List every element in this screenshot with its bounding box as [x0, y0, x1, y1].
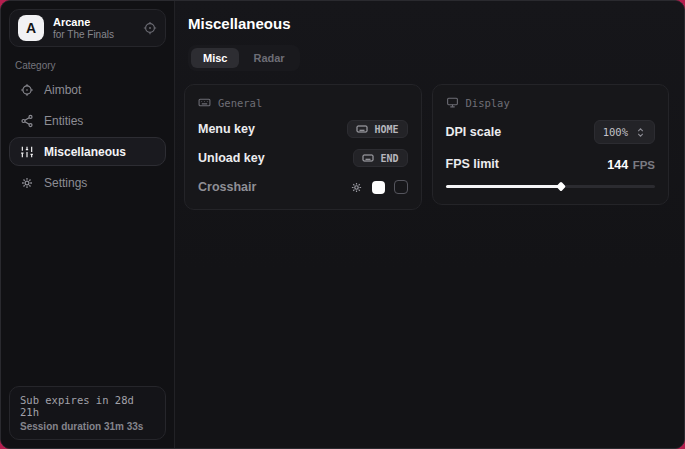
- display-panel-header: Display: [446, 96, 656, 109]
- fps-limit-unit: FPS: [633, 159, 655, 171]
- session-duration-text: Session duration 31m 33s: [20, 421, 155, 432]
- crosshair-checkbox[interactable]: [394, 180, 408, 194]
- keyboard-icon: [362, 152, 374, 164]
- sidebar-item-label: Settings: [44, 176, 87, 190]
- gear-icon: [20, 176, 34, 190]
- dpi-scale-label: DPI scale: [446, 125, 502, 139]
- brand-title: Arcane: [53, 16, 134, 29]
- category-label: Category: [15, 60, 166, 71]
- menu-key-value: HOME: [374, 124, 398, 135]
- tab-radar[interactable]: Radar: [241, 48, 296, 68]
- crosshair-icon: [20, 83, 34, 97]
- sidebar-item-miscellaneous[interactable]: Miscellaneous: [9, 137, 166, 166]
- logo-letter: A: [26, 20, 36, 36]
- fps-limit-value-group: 144 FPS: [607, 155, 655, 173]
- display-panel-title: Display: [466, 97, 510, 109]
- fps-limit-value: 144: [607, 158, 628, 172]
- crosshair-settings-gear-icon[interactable]: [350, 181, 363, 194]
- general-panel-title: General: [218, 97, 262, 109]
- dpi-scale-selector[interactable]: 100%: [594, 120, 655, 144]
- fps-limit-row: FPS limit 144 FPS: [446, 155, 656, 173]
- tab-misc[interactable]: Misc: [191, 48, 239, 68]
- panels-container: General Menu key HOME Unload key: [184, 84, 669, 210]
- dpi-scale-value: 100%: [603, 126, 628, 138]
- sidebar-item-label: Entities: [44, 114, 83, 128]
- sidebar: A Arcane for The Finals Category: [1, 1, 175, 448]
- keyboard-icon: [198, 96, 211, 109]
- sidebar-item-settings[interactable]: Settings: [9, 168, 166, 197]
- tab-bar: Misc Radar: [188, 45, 300, 71]
- subscription-card: Sub expires in 28d 21h Session duration …: [9, 386, 166, 440]
- general-panel: General Menu key HOME Unload key: [184, 84, 422, 210]
- fps-limit-slider[interactable]: [446, 182, 656, 191]
- crosshair-color-swatch[interactable]: [372, 181, 385, 194]
- general-panel-header: General: [198, 96, 408, 109]
- main-content: Miscellaneous Misc Radar General: [175, 1, 684, 448]
- menu-key-row: Menu key HOME: [198, 120, 408, 138]
- crosshair-label: Crosshair: [198, 180, 256, 194]
- sidebar-item-label: Aimbot: [44, 83, 81, 97]
- monitor-icon: [446, 96, 459, 109]
- brand-text: Arcane for The Finals: [53, 16, 134, 40]
- sidebar-nav: Aimbot Entities: [9, 75, 166, 197]
- sidebar-item-aimbot[interactable]: Aimbot: [9, 75, 166, 104]
- brand-subtitle: for The Finals: [53, 29, 134, 41]
- menu-key-button[interactable]: HOME: [347, 120, 407, 138]
- unload-key-label: Unload key: [198, 151, 265, 165]
- entities-icon: [20, 114, 34, 128]
- fps-slider-fill: [446, 185, 561, 188]
- page-title: Miscellaneous: [188, 15, 669, 32]
- target-icon[interactable]: [143, 21, 157, 35]
- sub-expiry-text: Sub expires in 28d 21h: [20, 394, 155, 418]
- keyboard-icon: [356, 123, 368, 135]
- crosshair-controls: [350, 180, 408, 194]
- unload-key-button[interactable]: END: [353, 149, 407, 167]
- menu-key-label: Menu key: [198, 122, 255, 136]
- fps-slider-thumb[interactable]: [556, 182, 566, 192]
- brand-card: A Arcane for The Finals: [9, 9, 166, 47]
- display-panel: Display DPI scale 100% FPS limit: [432, 84, 670, 205]
- fps-limit-label: FPS limit: [446, 157, 499, 171]
- sidebar-item-entities[interactable]: Entities: [9, 106, 166, 135]
- unload-key-value: END: [380, 153, 398, 164]
- app-logo: A: [18, 15, 44, 41]
- dpi-scale-row: DPI scale 100%: [446, 120, 656, 144]
- sidebar-item-label: Miscellaneous: [44, 145, 126, 159]
- cycle-icon: [635, 127, 646, 138]
- unload-key-row: Unload key END: [198, 149, 408, 167]
- app-window: A Arcane for The Finals Category: [0, 0, 685, 449]
- sliders-icon: [20, 145, 34, 159]
- crosshair-row: Crosshair: [198, 178, 408, 196]
